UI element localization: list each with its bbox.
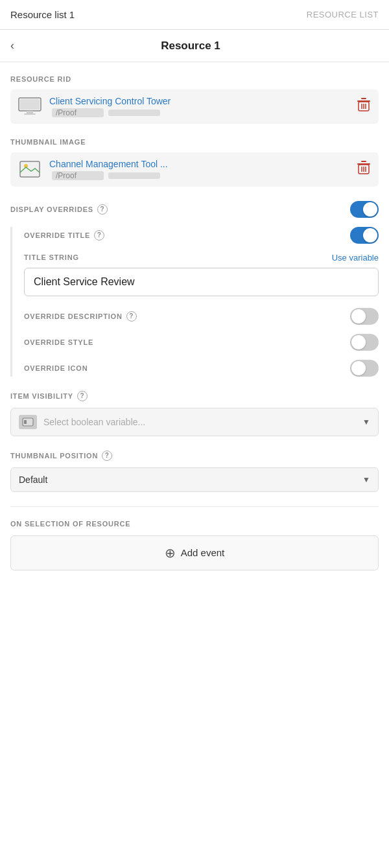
item-visibility-chevron-icon: ▼ [362, 417, 370, 427]
svg-rect-1 [27, 111, 33, 113]
override-description-help-icon[interactable]: ? [126, 311, 137, 322]
override-description-knob [351, 309, 366, 323]
resource-rid-card: Client Servicing Control Tower /Proof [10, 89, 379, 124]
item-visibility-placeholder: Select boolean variable... [43, 417, 145, 427]
display-overrides-toggle[interactable] [350, 201, 379, 218]
display-overrides-section: DISPLAY OVERRIDES ? OVERRIDE TITLE ? [10, 201, 379, 377]
thumbnail-position-chevron-icon: ▼ [362, 475, 370, 484]
thumbnail-position-section: THUMBNAIL POSITION ? Default ▼ [10, 451, 379, 492]
thumbnail-position-label: THUMBNAIL POSITION ? [10, 451, 379, 461]
override-icon-label: OVERRIDE ICON [24, 364, 88, 372]
override-description-label: OVERRIDE DESCRIPTION ? [24, 311, 137, 322]
title-string-header: TITLE STRING Use variable [24, 253, 379, 263]
display-overrides-knob [363, 202, 377, 217]
override-icon-row: OVERRIDE ICON [24, 360, 379, 377]
add-event-label: Add event [181, 547, 225, 558]
on-selection-label: ON SELECTION OF RESOURCE [10, 520, 379, 528]
page-title: Resource 1 [22, 40, 359, 53]
resource-rid-delete-button[interactable] [357, 97, 371, 116]
override-icon-toggle[interactable] [350, 360, 379, 377]
resource-list-title: Resource list 1 [10, 9, 75, 20]
override-style-toggle[interactable] [350, 334, 379, 351]
resource-rid-label: RESOURCE RID [10, 75, 379, 83]
display-overrides-row: DISPLAY OVERRIDES ? [10, 201, 379, 218]
item-visibility-section: ITEM VISIBILITY ? Select boolean variabl… [10, 391, 379, 436]
thumbnail-position-dropdown[interactable]: Default ▼ [10, 467, 379, 492]
boolean-variable-icon [19, 415, 37, 429]
main-content: RESOURCE RID Client Servicing Control To… [0, 62, 389, 598]
breadcrumb: RESOURCE LIST [307, 10, 379, 19]
resource-rid-section: RESOURCE RID Client Servicing Control To… [10, 75, 379, 124]
override-description-row: OVERRIDE DESCRIPTION ? [24, 308, 379, 325]
thumbnail-image-section: THUMBNAIL IMAGE Channel Management Tool … [10, 138, 379, 187]
override-title-label: OVERRIDE TITLE ? [24, 230, 104, 240]
section-divider [10, 506, 379, 507]
resource-rid-path: /Proof [49, 108, 350, 117]
override-description-slider [350, 308, 379, 325]
overrides-box: OVERRIDE TITLE ? TITLE STRING Use variab… [10, 227, 379, 377]
thumbnail-image-card: Channel Management Tool ... /Proof [10, 152, 379, 187]
title-string-section: TITLE STRING Use variable [24, 253, 379, 296]
override-style-knob [351, 335, 366, 349]
svg-rect-19 [24, 420, 27, 424]
resource-rid-info: Client Servicing Control Tower /Proof [49, 96, 350, 117]
title-string-input[interactable] [24, 268, 379, 296]
add-event-button[interactable]: ⊕ Add event [10, 535, 379, 570]
svg-rect-13 [361, 161, 366, 162]
svg-rect-2 [24, 113, 36, 115]
page-header: ‹ Resource 1 [0, 30, 389, 62]
thumbnail-image-name: Channel Management Tool ... [49, 159, 350, 169]
thumbnail-image-delete-button[interactable] [357, 160, 371, 179]
item-visibility-help-icon[interactable]: ? [77, 391, 88, 401]
on-selection-section: ON SELECTION OF RESOURCE ⊕ Add event [10, 520, 379, 570]
override-title-row: OVERRIDE TITLE ? [24, 227, 379, 244]
override-description-toggle[interactable] [350, 308, 379, 325]
thumbnail-image-info: Channel Management Tool ... /Proof [49, 159, 350, 180]
svg-rect-5 [361, 98, 366, 99]
override-title-knob [363, 228, 377, 242]
item-visibility-dropdown[interactable]: Select boolean variable... ▼ [10, 408, 379, 436]
monitor-icon [18, 97, 41, 115]
item-visibility-label: ITEM VISIBILITY ? [10, 391, 379, 401]
title-string-label: TITLE STRING [24, 253, 79, 261]
override-title-toggle[interactable] [350, 227, 379, 244]
display-overrides-slider [350, 201, 379, 218]
svg-rect-3 [20, 99, 40, 110]
display-overrides-help-icon[interactable]: ? [97, 204, 108, 215]
override-style-label: OVERRIDE STYLE [24, 338, 93, 346]
image-icon [18, 160, 41, 178]
thumbnail-position-help-icon[interactable]: ? [102, 451, 112, 461]
resource-rid-name: Client Servicing Control Tower [49, 96, 350, 106]
display-overrides-label: DISPLAY OVERRIDES ? [10, 204, 108, 215]
use-variable-link[interactable]: Use variable [332, 253, 379, 263]
item-visibility-dropdown-left: Select boolean variable... [19, 415, 145, 429]
override-title-slider [350, 227, 379, 244]
override-icon-knob [351, 361, 366, 375]
override-title-help-icon[interactable]: ? [94, 230, 104, 240]
add-event-icon: ⊕ [165, 545, 176, 561]
override-style-row: OVERRIDE STYLE [24, 334, 379, 351]
override-icon-slider [350, 360, 379, 377]
top-bar: Resource list 1 RESOURCE LIST [0, 0, 389, 30]
back-button[interactable]: ‹ [10, 39, 14, 53]
thumbnail-position-value: Default [19, 475, 47, 485]
thumbnail-image-path: /Proof [49, 170, 350, 180]
override-style-slider [350, 334, 379, 351]
thumbnail-image-label: THUMBNAIL IMAGE [10, 138, 379, 146]
